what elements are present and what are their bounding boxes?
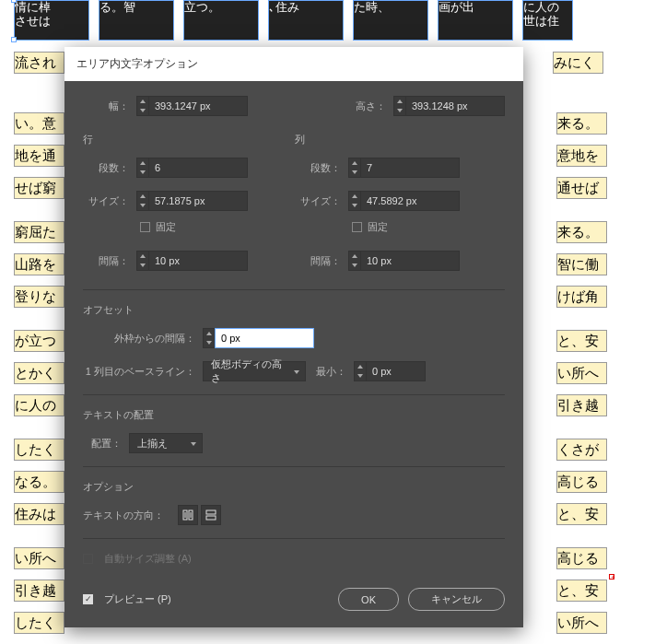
row-fixed-checkbox[interactable]: [140, 222, 150, 232]
width-label: 幅：: [83, 100, 136, 113]
offset-section-title: オフセット: [83, 303, 505, 317]
textflow-option-1[interactable]: [178, 505, 198, 525]
row-size-label: サイズ：: [83, 194, 136, 208]
bg-cell: ､住み: [268, 0, 344, 41]
width-spinner[interactable]: [136, 96, 248, 116]
col-gutter-spinner[interactable]: [348, 251, 460, 271]
row-gutter-label: 間隔：: [83, 254, 136, 268]
bg-cell: た時、: [353, 0, 428, 41]
height-spinner[interactable]: [393, 96, 505, 116]
row-size-input[interactable]: [148, 191, 248, 211]
overflow-indicator: [609, 574, 614, 580]
col-fixed-label: 固定: [368, 220, 388, 234]
height-input[interactable]: [405, 96, 505, 116]
col-count-spinner[interactable]: [348, 158, 460, 178]
col-fixed-checkbox[interactable]: [352, 222, 362, 232]
col-count-label: 段数：: [295, 161, 348, 175]
bg-cell: に人の世は住: [522, 0, 573, 41]
cols-section-title: 列: [295, 133, 505, 146]
row-count-label: 段数：: [83, 161, 136, 175]
bg-cell: 流され: [14, 52, 64, 74]
bg-cell: る。智: [99, 0, 174, 41]
preview-checkbox[interactable]: [83, 594, 93, 604]
options-section-title: オプション: [83, 480, 505, 494]
dialog-title: エリア内文字オプション: [64, 47, 523, 81]
row-gutter-input[interactable]: [148, 251, 248, 271]
ok-button[interactable]: OK: [338, 588, 399, 611]
col-gutter-label: 間隔：: [295, 254, 348, 268]
preview-label: プレビュー (P): [104, 592, 171, 606]
cancel-button[interactable]: キャンセル: [408, 588, 505, 611]
row-count-input[interactable]: [148, 158, 248, 178]
svg-rect-3: [206, 516, 216, 520]
min-spinner[interactable]: [354, 361, 426, 381]
textflow-option-2[interactable]: [201, 505, 221, 525]
min-label: 最小：: [306, 365, 354, 379]
rows-section-title: 行: [83, 133, 295, 146]
col-size-label: サイズ：: [295, 194, 348, 208]
inset-spinner[interactable]: [203, 328, 314, 348]
min-input[interactable]: [366, 361, 426, 381]
textflow-label: テキストの方向：: [83, 509, 175, 522]
autosize-checkbox: [83, 554, 93, 564]
textalign-section-title: テキストの配置: [83, 408, 505, 422]
svg-rect-2: [206, 510, 216, 514]
col-size-spinner[interactable]: [348, 191, 460, 211]
col-gutter-input[interactable]: [360, 251, 460, 271]
autosize-label: 自動サイズ調整 (A): [104, 552, 192, 566]
inset-label: 外枠からの間隔：: [83, 332, 203, 345]
bg-right-column: 来る。 意地を 通せば 来る。 智に働 けば角 と、安 い所へ 引き越 くさが …: [556, 112, 607, 644]
height-label: 高さ：: [340, 100, 393, 113]
area-type-options-dialog: エリア内文字オプション 幅： 高さ： 行 段数：: [64, 47, 523, 627]
width-input[interactable]: [148, 96, 248, 116]
bg-cell: 立つ。: [183, 0, 259, 41]
col-size-input[interactable]: [360, 191, 460, 211]
bg-left-column: い。意 地を通 せば窮 窮屈た 山路を 登りな が立つ とかく に人の したく …: [14, 112, 64, 644]
row-size-spinner[interactable]: [136, 191, 248, 211]
align-label: 配置：: [83, 437, 129, 451]
bg-cell: みにく: [553, 52, 603, 74]
align-select[interactable]: 上揃え: [129, 433, 203, 453]
bg-cell: 画が出: [438, 0, 513, 41]
row-fixed-label: 固定: [156, 220, 176, 234]
baseline-label: 1 列目のベースライン：: [83, 365, 203, 379]
row-gutter-spinner[interactable]: [136, 251, 248, 271]
bg-cell: 情に棹させは: [14, 0, 89, 41]
inset-input[interactable]: [215, 328, 314, 348]
row-count-spinner[interactable]: [136, 158, 248, 178]
col-count-input[interactable]: [360, 158, 460, 178]
baseline-select[interactable]: 仮想ボディの高さ: [203, 361, 306, 381]
